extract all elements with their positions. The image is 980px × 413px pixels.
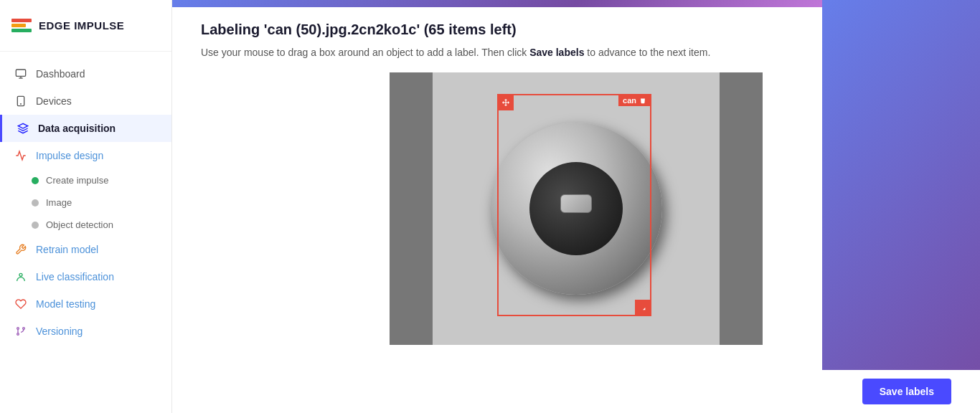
sidebar: EDGE IMPULSE Dashboard Devices Data acqu… [0, 0, 172, 413]
person-icon [14, 270, 27, 283]
bounding-box-label-tag: can [618, 95, 651, 106]
activity-icon [14, 149, 27, 162]
svg-rect-0 [16, 70, 25, 76]
dot-green-icon [32, 177, 39, 184]
svg-point-7 [17, 328, 19, 330]
sidebar-item-model-testing[interactable]: Model testing [0, 290, 171, 318]
sidebar-item-impulse-design[interactable]: Impulse design [0, 142, 171, 169]
sidebar-item-model-testing-label: Model testing [36, 298, 95, 310]
nav-section: Dashboard Devices Data acquisition Impul… [0, 52, 171, 353]
sidebar-item-retrain-model-label: Retrain model [36, 244, 98, 255]
sidebar-item-live-classification-label: Live classification [36, 271, 114, 283]
fork-icon [14, 325, 27, 338]
svg-marker-5 [18, 123, 27, 128]
bounding-box-resize-handle[interactable] [635, 300, 651, 315]
sidebar-item-retrain-model[interactable]: Retrain model [0, 236, 171, 263]
sidebar-item-data-acquisition-label: Data acquisition [38, 123, 116, 134]
bottom-actions: Save labels [172, 370, 980, 413]
sidebar-item-image-label: Image [46, 197, 72, 208]
sidebar-item-create-impulse-label: Create impulse [46, 175, 108, 186]
labeling-title: Labeling 'can (50).jpg.2cn2ko1c' (65 ite… [201, 22, 951, 38]
labeling-header: Labeling 'can (50).jpg.2cn2ko1c' (65 ite… [172, 7, 980, 72]
logo-area: EDGE IMPULSE [0, 0, 171, 52]
bounding-box-move-handle[interactable] [498, 95, 514, 110]
svg-point-6 [19, 273, 22, 276]
sidebar-item-object-detection-label: Object detection [46, 219, 113, 230]
bounding-box-label-text: can [623, 96, 636, 105]
svg-point-8 [23, 328, 25, 330]
sidebar-item-dashboard[interactable]: Dashboard [0, 60, 171, 87]
sidebar-item-object-detection[interactable]: Object detection [0, 214, 171, 236]
sidebar-item-live-classification[interactable]: Live classification [0, 263, 171, 290]
image-canvas[interactable]: can [390, 72, 763, 345]
sidebar-item-versioning[interactable]: Versioning [0, 318, 171, 345]
instruction-text-after: to advance to the next item. [584, 47, 710, 58]
labeling-instruction: Use your mouse to drag a box around an o… [201, 47, 951, 58]
layers-icon [17, 122, 29, 135]
wrench-icon [14, 243, 27, 256]
sidebar-item-create-impulse[interactable]: Create impulse [0, 169, 171, 191]
save-labels-button[interactable]: Save labels [862, 379, 951, 404]
dot-gray-icon-image [32, 199, 39, 206]
sidebar-item-data-acquisition[interactable]: Data acquisition [0, 115, 171, 142]
main-content: Labeling 'can (50).jpg.2cn2ko1c' (65 ite… [172, 0, 980, 413]
sidebar-item-dashboard-label: Dashboard [36, 68, 85, 80]
sidebar-item-impulse-design-label: Impulse design [36, 150, 103, 161]
svg-point-9 [17, 333, 19, 336]
sidebar-item-devices-label: Devices [36, 95, 72, 107]
instruction-text-before: Use your mouse to drag a box around an o… [201, 47, 529, 58]
sidebar-item-devices[interactable]: Devices [0, 87, 171, 115]
content-area: Labeling 'can (50).jpg.2cn2ko1c' (65 ite… [172, 7, 980, 413]
logo-icon [11, 19, 32, 32]
monitor-icon [14, 67, 27, 80]
instruction-bold: Save labels [529, 47, 584, 58]
heart-icon [14, 298, 27, 310]
image-container: can [172, 72, 980, 370]
dot-gray-icon-object [32, 222, 39, 229]
logo-text: EDGE IMPULSE [39, 19, 124, 32]
sidebar-item-versioning-label: Versioning [36, 326, 83, 337]
device-icon [14, 95, 27, 108]
photo-background: can [433, 72, 720, 345]
bounding-box[interactable]: can [497, 94, 651, 316]
sidebar-item-image[interactable]: Image [0, 191, 171, 214]
